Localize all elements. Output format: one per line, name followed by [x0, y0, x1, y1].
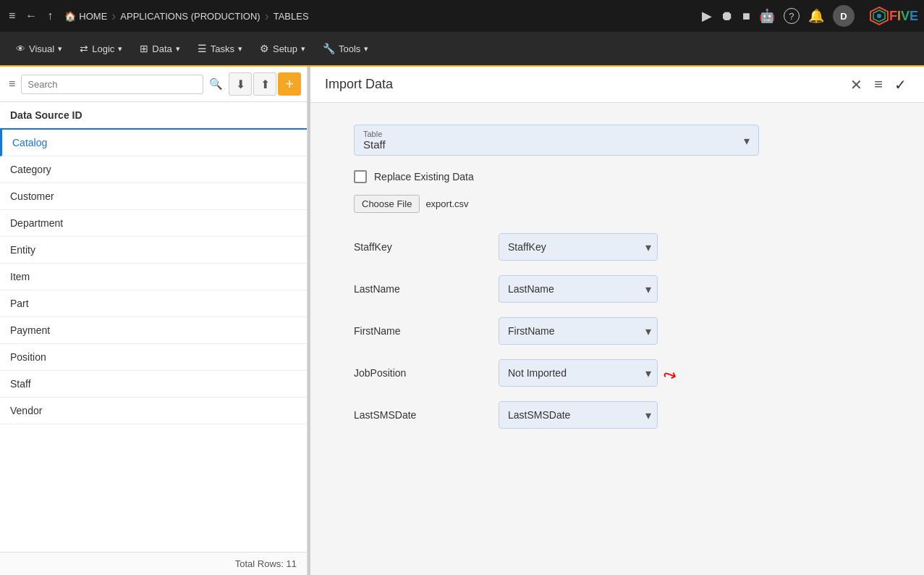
search-input[interactable] [21, 75, 203, 94]
download-button[interactable]: ⬇ [229, 72, 252, 96]
table-field-value: Staff [363, 138, 750, 151]
jobposition-control: Not Imported ▾ ↩ [499, 359, 677, 387]
separator-2: › [111, 9, 116, 24]
tools-icon: 🔧 [323, 43, 335, 54]
top-navigation: ≡ ← ↑ 🏠 HOME › APPLICATIONS (PRODUCTION)… [0, 0, 924, 32]
upload-button[interactable]: ⬆ [253, 72, 276, 96]
list-item[interactable]: Position [0, 344, 307, 371]
mapping-row-staffkey: StaffKey StaffKey ▾ [354, 233, 881, 261]
list-item[interactable]: Payment [0, 317, 307, 344]
jobposition-select[interactable]: Not Imported ▾ [499, 359, 658, 387]
replace-existing-label: Replace Existing Data [374, 171, 474, 182]
jobposition-label: JobPosition [354, 367, 499, 379]
nav-right: ▶ ⏺ ■ 🤖 ? 🔔 D F I V E [702, 5, 918, 27]
menu-button[interactable]: ≡ [871, 73, 886, 96]
firstname-label: FirstName [354, 325, 499, 337]
list-item[interactable]: Catalog [0, 130, 307, 156]
import-data-panel: Import Data ✕ ≡ ✓ Table Staff ▾ Replace … [310, 67, 924, 575]
breadcrumb-applications[interactable]: APPLICATIONS (PRODUCTION) [120, 11, 260, 22]
import-title: Import Data [325, 77, 393, 92]
replace-existing-checkbox[interactable] [354, 170, 367, 183]
lastname-dropdown-arrow: ▾ [645, 282, 651, 296]
up-icon[interactable]: ↑ [44, 7, 56, 25]
close-button[interactable]: ✕ [847, 73, 865, 96]
lastsmsdate-select[interactable]: LastSMSDate ▾ [499, 401, 658, 429]
add-button[interactable]: + [278, 72, 301, 96]
tasks-icon: ☰ [198, 43, 207, 54]
data-arrow: ▾ [176, 44, 180, 54]
import-content: Table Staff ▾ Replace Existing Data Choo… [310, 103, 924, 465]
lastsmsdate-dropdown-arrow: ▾ [645, 408, 651, 422]
tools-arrow: ▾ [364, 44, 368, 54]
logic-icon: ⇄ [80, 43, 88, 54]
toolbar-tools[interactable]: 🔧 Tools ▾ [315, 38, 376, 59]
search-bar: ≡ 🔍 ⬇ ⬆ + [0, 67, 307, 102]
annotation-arrow: ↩ [661, 365, 679, 385]
toolbar-tasks[interactable]: ☰ Tasks ▾ [190, 38, 250, 59]
stop-icon[interactable]: ■ [742, 9, 750, 24]
setup-icon: ⚙ [260, 43, 269, 54]
list-item[interactable]: Department [0, 210, 307, 237]
lastname-select[interactable]: LastName ▾ [499, 275, 658, 303]
field-mappings: StaffKey StaffKey ▾ LastName LastName ▾ [354, 233, 881, 429]
breadcrumb-home[interactable]: 🏠 HOME [64, 11, 107, 22]
toolbar-data[interactable]: ⊞ Data ▾ [132, 38, 187, 59]
staffkey-dropdown-arrow: ▾ [645, 240, 651, 254]
import-header-actions: ✕ ≡ ✓ [847, 73, 910, 96]
bell-icon[interactable]: 🔔 [808, 8, 824, 24]
search-icon[interactable]: 🔍 [206, 75, 226, 93]
total-rows: Total Rows: 11 [0, 552, 307, 575]
logo-e: E [910, 9, 918, 24]
separator-3: › [265, 9, 269, 24]
five-logo: F I V E [869, 6, 918, 26]
svg-point-2 [877, 14, 881, 18]
table-field-label: Table [363, 130, 750, 138]
toolbar-visual[interactable]: 👁 Visual ▾ [9, 39, 69, 59]
firstname-select[interactable]: FirstName ▾ [499, 317, 658, 345]
mapping-row-lastsmsdate: LastSMSDate LastSMSDate ▾ [354, 401, 881, 429]
jobposition-dropdown-arrow: ▾ [645, 366, 651, 380]
help-icon[interactable]: ? [784, 8, 800, 24]
list-item[interactable]: Customer [0, 183, 307, 210]
main-toolbar: 👁 Visual ▾ ⇄ Logic ▾ ⊞ Data ▾ ☰ Tasks ▾ … [0, 32, 924, 67]
list-item[interactable]: Entity [0, 237, 307, 264]
list-item[interactable]: Category [0, 156, 307, 183]
confirm-button[interactable]: ✓ [891, 73, 910, 96]
setup-arrow: ▾ [301, 44, 305, 54]
list-item[interactable]: Vendor [0, 398, 307, 424]
datasource-list: Catalog Category Customer Department Ent… [0, 130, 307, 552]
menu-icon[interactable]: ≡ [6, 7, 18, 25]
tasks-arrow: ▾ [238, 44, 242, 54]
list-item[interactable]: Staff [0, 371, 307, 398]
replace-existing-row: Replace Existing Data [354, 170, 881, 183]
table-select[interactable]: Table Staff ▾ [354, 125, 759, 156]
logo-v: V [901, 9, 910, 24]
staffkey-label: StaffKey [354, 241, 499, 253]
mapping-row-lastname: LastName LastName ▾ [354, 275, 881, 303]
list-item[interactable]: Item [0, 264, 307, 290]
choose-file-button[interactable]: Choose File [354, 195, 420, 213]
mapping-row-jobposition: JobPosition Not Imported ▾ ↩ [354, 359, 881, 387]
breadcrumb-tables[interactable]: TABLES [274, 11, 309, 22]
list-item[interactable]: Part [0, 290, 307, 317]
user-avatar[interactable]: D [833, 5, 855, 27]
table-select-wrap: Table Staff ▾ [354, 125, 759, 156]
home-icon: 🏠 [64, 11, 76, 22]
lastname-label: LastName [354, 283, 499, 295]
left-panel: ≡ 🔍 ⬇ ⬆ + Data Source ID Catalog Categor… [0, 67, 308, 575]
search-input-wrap [21, 75, 203, 94]
data-icon: ⊞ [140, 43, 148, 54]
staffkey-select[interactable]: StaffKey ▾ [499, 233, 658, 261]
back-icon[interactable]: ← [22, 7, 40, 25]
filter-icon[interactable]: ≡ [6, 75, 18, 93]
visual-arrow: ▾ [58, 44, 62, 54]
media-icon[interactable]: ⏺ [721, 9, 734, 24]
nav-left: ≡ ← ↑ 🏠 HOME › APPLICATIONS (PRODUCTION)… [6, 7, 309, 25]
toolbar-setup[interactable]: ⚙ Setup ▾ [253, 38, 313, 59]
visual-icon: 👁 [16, 43, 25, 54]
bot-icon[interactable]: 🤖 [759, 8, 775, 24]
play-icon[interactable]: ▶ [702, 8, 712, 24]
toolbar-logic[interactable]: ⇄ Logic ▾ [72, 38, 130, 59]
five-logo-icon [869, 6, 889, 26]
search-actions: ⬇ ⬆ + [229, 72, 301, 96]
